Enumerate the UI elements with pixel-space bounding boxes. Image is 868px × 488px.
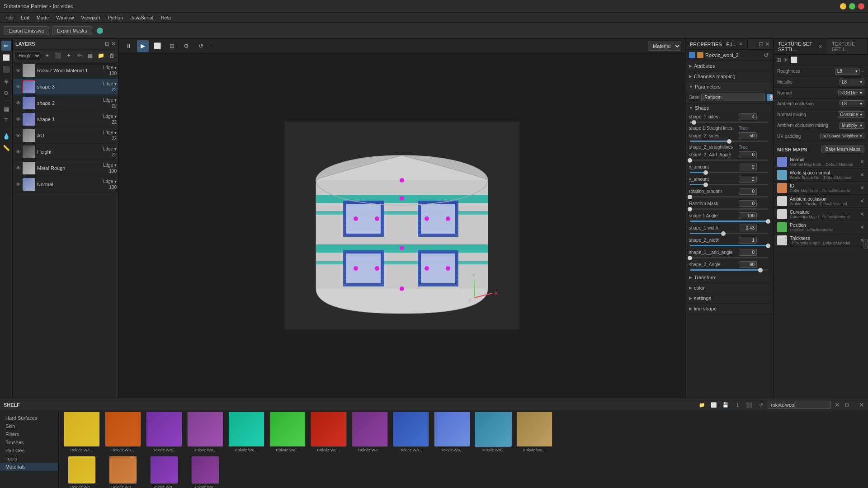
layer-visibility-toggle[interactable]: 👁 [14, 67, 22, 74]
settings-toggle[interactable]: ▶ settings [685, 293, 773, 303]
ts-icon3[interactable]: ⬜ [790, 56, 797, 63]
export-masks-button[interactable]: Export Masks [52, 26, 92, 35]
smudge-tool-button[interactable]: ◈ [1, 76, 11, 86]
shape1-add-angle-slider[interactable] [690, 257, 768, 258]
minimize-button[interactable] [840, 3, 846, 9]
position-map-close-button[interactable]: ✕ [860, 224, 864, 230]
y-amount-slider[interactable] [690, 184, 768, 185]
add-fill-button[interactable]: ▦ [85, 51, 95, 61]
shelf-item[interactable]: Rokviz Wo... [474, 412, 512, 452]
texture-set-settings-close[interactable]: ✕ [818, 44, 822, 50]
shape2-angle-slider[interactable] [690, 269, 768, 271]
shelf-refresh-icon[interactable]: ↺ [756, 400, 766, 410]
layer-visibility-toggle[interactable]: 👁 [14, 181, 22, 188]
layer-visibility-toggle[interactable]: 👁 [14, 116, 22, 123]
shelf-category-skin[interactable]: Skin [0, 422, 58, 430]
shelf-import-icon[interactable]: ⤓ [732, 400, 742, 410]
add-mask-button[interactable]: ⬛ [53, 51, 63, 61]
viewport-3d-button[interactable]: ▶ [137, 40, 149, 52]
roughness-minus-button[interactable]: − [861, 67, 864, 75]
menu-edit[interactable]: Edit [17, 14, 33, 21]
delete-layer-button[interactable]: 🗑 [107, 51, 117, 61]
paint-tool-button[interactable]: ✏ [1, 41, 11, 51]
seed-input[interactable] [701, 94, 765, 101]
shelf-search-clear-button[interactable]: ✕ [835, 401, 840, 408]
layer-item[interactable]: 👁 Metal Rough Ldge ▾ 100 [13, 160, 118, 176]
shape2-add-angle-slider[interactable] [690, 160, 768, 161]
shelf-item[interactable]: Rokviz Wo... [62, 456, 101, 488]
shape2-add-angle-input[interactable] [739, 151, 757, 158]
shape-section-toggle[interactable]: ▼ Shape [685, 103, 773, 113]
shelf-category-particles[interactable]: Particles [0, 446, 58, 455]
shape1-width-slider[interactable] [690, 233, 768, 234]
shelf-item[interactable]: Rokviz Wo... [104, 412, 142, 452]
add-effect-button[interactable]: ✦ [64, 51, 74, 61]
shelf-category-materials[interactable]: Materials [0, 463, 58, 471]
parameters-toggle[interactable]: ▼ Parameters [685, 82, 773, 92]
shelf-filter-icon[interactable]: ⬛ [744, 400, 754, 410]
menu-python[interactable]: Python [104, 14, 127, 21]
metallic-format-dropdown[interactable]: L8 ▾ [840, 79, 864, 85]
add-layer-button[interactable]: + [42, 51, 52, 61]
shelf-item[interactable]: Rokviz Wo... [309, 412, 348, 452]
layer-item[interactable]: 👁 AO Ldge ▾ 22 [13, 127, 118, 144]
shelf-category-brushes[interactable]: Brushes [0, 438, 58, 446]
transform-toggle[interactable]: ▶ Transform [685, 272, 773, 282]
close-button[interactable] [858, 3, 864, 9]
properties-tab[interactable]: PROPERTIES - FILL ✕ [685, 39, 748, 49]
curvature-map-close-button[interactable]: ✕ [860, 211, 864, 217]
rotation-random-slider[interactable] [690, 196, 768, 197]
viewport-pause-button[interactable]: ⏸ [123, 40, 134, 52]
shelf-category-tools[interactable]: Tools [0, 455, 58, 463]
shape1-angle-input[interactable] [739, 212, 757, 219]
layers-expand-icon[interactable]: ⊡ [105, 41, 109, 47]
layer-visibility-toggle[interactable]: 👁 [14, 99, 22, 107]
menu-viewport[interactable]: Viewport [77, 14, 104, 21]
menu-javascript[interactable]: JavaScript [127, 14, 157, 21]
shelf-item[interactable]: Rokviz Wo... [186, 412, 224, 452]
channels-mapping-toggle[interactable]: ▶ Channels mapping [685, 71, 773, 81]
shelf-item[interactable]: Rokviz Wo... [62, 412, 101, 452]
selection-tool-button[interactable]: ⬜ [1, 52, 11, 62]
maximize-button[interactable] [849, 3, 855, 9]
uv-padding-dropdown[interactable]: 3D Space Neighbor ▾ [820, 133, 864, 139]
layer-visibility-toggle[interactable]: 👁 [14, 83, 22, 90]
shelf-item[interactable]: Rokviz Wo... [268, 412, 307, 452]
ts-icon1[interactable]: ⊞ [776, 56, 781, 63]
shape2-sides-slider[interactable] [690, 141, 768, 142]
eyedropper-tool-button[interactable]: 💧 [1, 131, 11, 141]
layer-item[interactable]: 👁 Height Ldge ▾ 22 [13, 144, 118, 160]
layer-item[interactable]: 👁 Normal Ldge ▾ 100 [13, 176, 118, 192]
shape1-add-angle-input[interactable] [739, 249, 757, 256]
viewport-mode-select[interactable]: Material UV [648, 42, 681, 51]
shape2-angle-input[interactable] [739, 261, 757, 268]
shelf-category-hard-surfaces[interactable]: Hard Surfaces [0, 414, 58, 422]
y-amount-input[interactable] [739, 176, 757, 183]
shelf-save-icon[interactable]: 💾 [721, 400, 731, 410]
text-tool-button[interactable]: T [1, 115, 11, 125]
x-amount-slider[interactable] [690, 172, 768, 173]
world-space-normal-close-button[interactable]: ✕ [860, 172, 864, 178]
layer-visibility-toggle[interactable]: 👁 [14, 148, 22, 155]
attributes-toggle[interactable]: ▶ Attributes [685, 61, 773, 71]
shape2-width-slider[interactable] [690, 245, 768, 246]
texture-set-list-tab[interactable]: TEXTURE SET L... [827, 39, 868, 54]
ts-icon2[interactable]: ☀ [783, 56, 788, 63]
layer-item[interactable]: 👁 shape 3 Ldge ▾ 22 [13, 79, 118, 95]
ao-mixing-dropdown[interactable]: Multiply ▾ [840, 122, 864, 129]
shape2-sides-input[interactable] [739, 132, 757, 139]
seed-randomize-button[interactable]: 🎲 [767, 94, 773, 101]
properties-tab-close[interactable]: ✕ [739, 41, 743, 47]
shelf-item[interactable]: Rokviz Wo... [392, 412, 430, 452]
layer-visibility-toggle[interactable]: 👁 [14, 164, 22, 172]
texture-set-settings-tab[interactable]: TEXTURE SET SETTI... ✕ [774, 39, 827, 54]
measure-tool-button[interactable]: 📏 [1, 143, 11, 153]
shape1-sides-slider[interactable] [690, 122, 768, 123]
shape1-straight-lines-value[interactable]: True [739, 126, 748, 131]
layers-close-icon[interactable]: ✕ [111, 41, 116, 47]
random-mask-slider[interactable] [690, 208, 768, 210]
menu-window[interactable]: Window [52, 14, 77, 21]
layer-visibility-toggle[interactable]: 👁 [14, 132, 22, 139]
normal-map-close-button[interactable]: ✕ [860, 159, 864, 165]
panel-collapse-button[interactable]: › [863, 239, 868, 249]
